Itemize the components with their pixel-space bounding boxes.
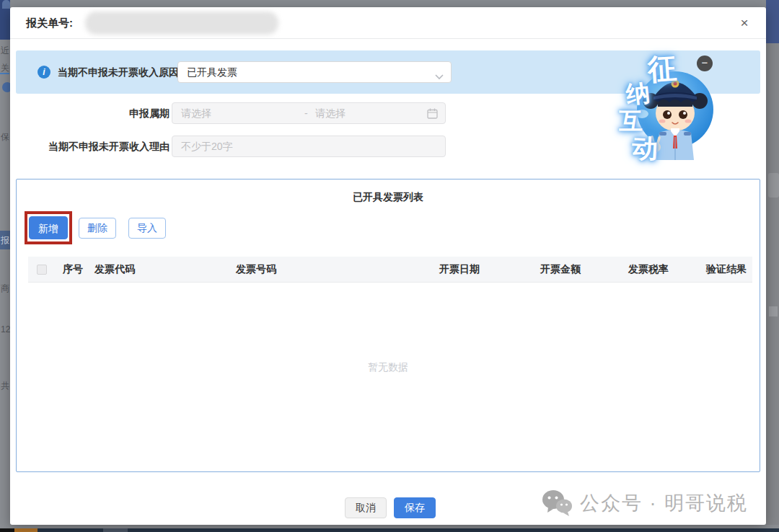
column-header-seq: 序号 xyxy=(60,263,92,276)
background-text-fragment: 保 xyxy=(1,131,9,143)
cancel-button[interactable]: 取消 xyxy=(345,497,387,518)
background-button-fragment: 报 xyxy=(0,231,10,249)
background-text-fragment: 12 xyxy=(1,324,10,334)
calendar-icon xyxy=(427,108,438,121)
background-text-fragment: 近 xyxy=(1,45,9,57)
import-invoice-button[interactable]: 导入 xyxy=(128,218,166,239)
taskbar-strip xyxy=(0,528,779,532)
taskbar-segment xyxy=(14,528,38,532)
minimize-mascot-icon[interactable]: − xyxy=(697,56,713,71)
watermark: 公众号 · 明哥说税 xyxy=(541,489,748,518)
delete-invoice-button[interactable]: 删除 xyxy=(79,218,116,239)
reason-text-input[interactable]: 不少于20字 xyxy=(172,136,446,157)
column-header-tax-rate: 发票税率 xyxy=(625,263,695,276)
period-end-placeholder: 请选择 xyxy=(315,107,346,120)
chevron-down-icon xyxy=(435,70,444,83)
redacted-declaration-number xyxy=(85,12,278,35)
add-invoice-button[interactable]: 新增 xyxy=(29,216,68,239)
period-range-input[interactable]: 请选择 - 请选择 xyxy=(172,102,446,124)
background-active-tab-underline xyxy=(0,73,9,74)
background-page-right-sliver xyxy=(766,0,779,532)
column-header-invoice-date: 开票日期 xyxy=(436,263,537,276)
dialog-title: 报关单号: xyxy=(26,17,73,30)
taskbar-segment xyxy=(103,528,128,532)
period-start-placeholder: 请选择 xyxy=(181,107,211,120)
background-text-fragment: 共 xyxy=(1,380,9,392)
taskbar-segment xyxy=(0,528,14,532)
invoice-list-title: 已开具发票列表 xyxy=(17,191,760,204)
background-header-strip xyxy=(766,0,779,43)
reason-select-value: 已开具发票 xyxy=(187,66,237,79)
wechat-icon xyxy=(541,489,573,518)
reason-info-bar: i 当期不申报未开票收入原因 已开具发票 xyxy=(16,50,760,94)
period-separator: - xyxy=(304,107,308,119)
invoice-table-header: 序号 发票代码 发票号码 开票日期 开票金额 发票税率 验证结果 xyxy=(28,257,752,283)
period-field-label: 申报属期 xyxy=(11,107,170,120)
dialog-header: 报关单号: × xyxy=(10,7,766,39)
watermark-text: 公众号 · 明哥说税 xyxy=(580,490,748,516)
select-all-checkbox[interactable] xyxy=(37,265,47,275)
close-icon[interactable]: × xyxy=(736,14,753,32)
background-text-fragment: 报 xyxy=(1,234,9,247)
reason-placeholder: 不少于20字 xyxy=(181,141,233,154)
reason-select[interactable]: 已开具发票 xyxy=(177,61,452,83)
column-header-invoice-number: 发票号码 xyxy=(233,263,436,276)
customs-declaration-dialog: 报关单号: × i 当期不申报未开票收入原因 已开具发票 申报属期 请选择 - … xyxy=(10,7,766,525)
reason-select-label: 当期不申报未开票收入原因 xyxy=(58,66,179,79)
save-button[interactable]: 保存 xyxy=(394,497,436,518)
background-widget-fragment xyxy=(768,173,779,198)
issued-invoice-panel: 已开具发票列表 新增 删除 导入 序号 发票代码 发票号码 开票日期 开票金额 … xyxy=(16,179,760,472)
mascot-char: 互 xyxy=(619,105,643,138)
empty-state-text: 暂无数据 xyxy=(17,361,760,374)
column-header-invoice-amount: 开票金额 xyxy=(537,263,625,276)
background-page-left-sliver: 近 关 保 报 商 12 共 xyxy=(0,0,10,532)
background-text-fragment: 商 xyxy=(1,283,9,295)
mascot-char: 动 xyxy=(631,130,659,167)
column-header-verify-result: 验证结果 xyxy=(695,263,752,276)
info-icon: i xyxy=(38,66,50,79)
background-widget-fragment xyxy=(769,306,778,316)
select-all-cell xyxy=(28,265,60,275)
column-header-invoice-code: 发票代码 xyxy=(92,263,233,276)
reason-text-label: 当期不申报未开票收入理由 xyxy=(11,141,170,154)
background-tab-fragment xyxy=(2,0,10,9)
